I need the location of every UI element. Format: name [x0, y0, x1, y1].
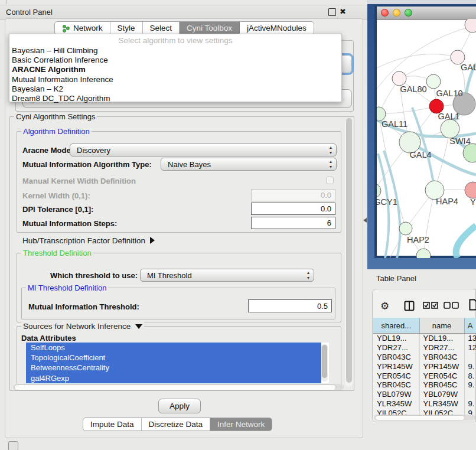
algorithm-option[interactable]: Bayesian – K2: [9, 84, 341, 94]
desktop-top-strip: [367, 0, 476, 4]
sources-title-text: Sources for Network Inference: [23, 322, 131, 331]
aracne-mode-combo[interactable]: Discovery ▴▾: [70, 144, 337, 156]
cell[interactable]: YDL19...: [373, 334, 419, 343]
node-gal80[interactable]: [392, 71, 406, 86]
attribute-item[interactable]: TopologicalCoefficient: [26, 353, 321, 363]
mi-algorithm-type-combo[interactable]: Naive Bayes ▴▾: [161, 158, 337, 171]
collapse-arrow-icon[interactable]: [150, 237, 155, 244]
algorithm-option-selected[interactable]: ARACNE Algorithm: [9, 65, 341, 74]
tab-impute-data[interactable]: Impute Data: [83, 418, 142, 431]
mi-steps-field[interactable]: 6: [251, 217, 335, 229]
node-gal10[interactable]: [426, 74, 441, 89]
which-threshold-combo[interactable]: MI Threshold ▴▾: [140, 269, 314, 282]
close-window-icon[interactable]: [381, 9, 389, 17]
cell[interactable]: 9.: [464, 361, 476, 371]
table-row[interactable]: YBL079WYBL079W: [373, 390, 476, 399]
gear-icon[interactable]: ⚙: [380, 300, 389, 312]
tab-select[interactable]: Select: [143, 22, 180, 34]
zoom-window-icon[interactable]: [405, 9, 412, 17]
cell[interactable]: YDL19...: [419, 334, 464, 343]
manual-kernel-width-checkbox[interactable]: [326, 177, 334, 184]
settings-scrollbar-track[interactable]: [345, 118, 353, 387]
chevron-updown-icon: ▴▾: [330, 145, 332, 155]
column-header-shared-name[interactable]: shared...: [373, 318, 419, 334]
node-y[interactable]: [465, 182, 476, 198]
table-row[interactable]: YLR345WYLR345W9.: [373, 399, 476, 409]
node-gcy1[interactable]: [377, 184, 381, 198]
hub-definition-toggle[interactable]: Hub/Transcription Factor Definition: [22, 236, 155, 245]
cell[interactable]: YPR145W: [419, 361, 464, 371]
node-swi4[interactable]: [441, 119, 459, 138]
checked-pair-icon[interactable]: [423, 302, 438, 309]
algorithm-option[interactable]: Mutual Information Inference: [9, 75, 341, 84]
attribute-item[interactable]: SelfLoops: [26, 343, 321, 353]
network-canvas[interactable]: GAL GAL80 GAL10 GAL1 GAL11 SWI4 GAL4 GCY…: [377, 19, 476, 258]
tab-discretize-data[interactable]: Discretize Data: [142, 418, 211, 431]
settings-hscrollbar-track[interactable]: [13, 384, 344, 390]
cell[interactable]: YDR27...: [373, 343, 419, 353]
splitter-arrow-icon[interactable]: [363, 218, 367, 223]
cell[interactable]: YLR345W: [419, 399, 464, 409]
tab-jactivemnodules[interactable]: jActiveMNodules: [240, 22, 314, 34]
tab-infer-network-label: Infer Network: [217, 420, 265, 429]
network-window-titlebar[interactable]: [377, 6, 476, 20]
minimized-panel-icon[interactable]: [8, 441, 18, 450]
settings-hscrollbar-thumb[interactable]: [14, 384, 336, 390]
table-row[interactable]: YBR043CYBR043C: [373, 353, 476, 362]
table-row[interactable]: YPR145WYPR145W9.: [373, 361, 476, 371]
attribute-item[interactable]: BetweennessCentrality: [26, 363, 321, 373]
cell[interactable]: 13: [464, 334, 476, 343]
cell[interactable]: YBR043C: [373, 353, 419, 362]
tab-select-label: Select: [150, 24, 172, 32]
minimize-window-icon[interactable]: [393, 9, 400, 17]
cell[interactable]: YPR145W: [373, 361, 419, 371]
table-row[interactable]: YDR27...YDR27...12: [373, 343, 476, 353]
table-hscrollbar-track[interactable]: [374, 415, 475, 420]
attributes-scrollbar-thumb[interactable]: [322, 345, 327, 378]
cell[interactable]: YBR045C: [419, 380, 464, 390]
table-row[interactable]: YDL19...YDL19...13: [373, 334, 476, 343]
cell[interactable]: 9.: [464, 399, 476, 409]
cell[interactable]: YBL079W: [373, 390, 419, 399]
cell[interactable]: YBR045C: [373, 380, 419, 390]
column-header-name[interactable]: name: [419, 318, 464, 334]
float-panel-icon[interactable]: [328, 8, 336, 16]
column-header-partial[interactable]: A: [464, 318, 476, 334]
sources-group-title: Sources for Network Inference: [21, 322, 144, 331]
dpi-tolerance-field[interactable]: 0.0: [251, 203, 335, 215]
document-icon[interactable]: [469, 299, 476, 311]
algorithm-option[interactable]: Dream8 DC_TDC Algorithm: [9, 94, 341, 103]
cell[interactable]: YBR043C: [419, 353, 464, 362]
cell[interactable]: [464, 353, 476, 362]
tab-style[interactable]: Style: [110, 22, 143, 34]
node-hap2[interactable]: [399, 222, 412, 235]
algorithm-option[interactable]: Bayesian – Hill Climbing: [9, 46, 341, 56]
attribute-item[interactable]: gal4RGexp: [26, 373, 321, 383]
table-hscrollbar-thumb[interactable]: [375, 415, 465, 420]
mi-threshold-field[interactable]: 0.5: [248, 299, 332, 312]
cell[interactable]: YBL079W: [419, 390, 464, 399]
split-columns-icon[interactable]: [404, 301, 415, 311]
cell[interactable]: 9.: [464, 380, 476, 390]
node[interactable]: [465, 19, 476, 32]
cell[interactable]: YLR345W: [373, 399, 419, 409]
tab-cyni-toolbox[interactable]: Cyni Toolbox: [180, 22, 240, 34]
cell[interactable]: 8.: [464, 371, 476, 380]
kernel-width-field[interactable]: 0.0: [251, 189, 335, 201]
cell[interactable]: YER054C: [373, 371, 419, 380]
settings-scrollbar-thumb[interactable]: [346, 118, 352, 383]
close-panel-icon[interactable]: ✖: [340, 7, 346, 16]
table-row[interactable]: YBR045CYBR045C9.: [373, 380, 476, 390]
apply-button[interactable]: Apply: [158, 399, 201, 413]
table-row[interactable]: YER054CYER054C8.: [373, 371, 476, 380]
tab-network[interactable]: Network: [55, 22, 110, 34]
cell[interactable]: 12: [464, 343, 476, 353]
cell[interactable]: YDR27...: [419, 343, 464, 353]
attributes-scrollbar-track[interactable]: [321, 344, 328, 381]
expand-arrow-icon[interactable]: [135, 324, 142, 329]
cell[interactable]: YER054C: [419, 371, 464, 380]
unchecked-pair-icon[interactable]: [444, 302, 459, 309]
tab-infer-network[interactable]: Infer Network: [210, 418, 272, 431]
cell[interactable]: [464, 390, 476, 399]
algorithm-option[interactable]: Basic Correlation Inference: [9, 56, 341, 65]
